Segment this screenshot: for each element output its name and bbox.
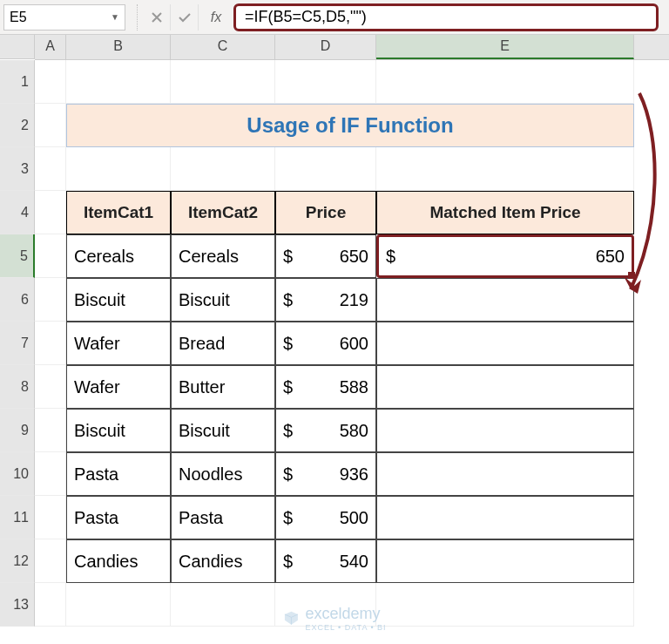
table-cell[interactable]: Candies xyxy=(66,539,171,583)
fx-label[interactable]: fx xyxy=(199,10,233,25)
row-header-13[interactable]: 13 xyxy=(0,583,35,627)
cell[interactable] xyxy=(171,147,275,191)
row-header-6[interactable]: 6 xyxy=(0,278,35,322)
watermark-brand: exceldemy xyxy=(305,605,386,623)
header-price[interactable]: Price xyxy=(275,191,376,234)
table-cell[interactable]: $540 xyxy=(275,539,376,583)
row-header-1[interactable]: 1 xyxy=(0,60,35,104)
row-header-10[interactable]: 10 xyxy=(0,452,35,496)
sheet-title[interactable]: Usage of IF Function xyxy=(66,104,634,147)
x-icon xyxy=(151,11,163,24)
cell[interactable] xyxy=(171,583,275,627)
cell[interactable] xyxy=(35,147,66,191)
table-cell[interactable]: Cereals xyxy=(171,234,275,278)
currency-symbol: $ xyxy=(283,508,293,528)
table-cell[interactable] xyxy=(376,409,634,452)
table-cell[interactable]: $600 xyxy=(275,322,376,365)
table-cell[interactable]: Biscuit xyxy=(171,409,275,452)
cell[interactable] xyxy=(275,60,376,104)
currency-symbol: $ xyxy=(283,421,293,441)
cell[interactable] xyxy=(35,583,66,627)
currency-symbol: $ xyxy=(283,464,293,485)
table-cell[interactable]: Pasta xyxy=(66,452,171,496)
price-value: 936 xyxy=(340,464,368,485)
cell[interactable] xyxy=(35,278,66,322)
col-header-b[interactable]: B xyxy=(66,35,171,59)
cell[interactable] xyxy=(66,583,171,627)
cell[interactable] xyxy=(35,409,66,452)
row-header-9[interactable]: 9 xyxy=(0,409,35,452)
price-value: 600 xyxy=(340,334,368,354)
cell[interactable] xyxy=(275,147,376,191)
table-cell[interactable] xyxy=(376,539,634,583)
currency-symbol: $ xyxy=(283,552,293,572)
row-header-7[interactable]: 7 xyxy=(0,322,35,365)
cell[interactable] xyxy=(35,539,66,583)
table-cell[interactable]: $580 xyxy=(275,409,376,452)
table-cell[interactable]: $588 xyxy=(275,365,376,409)
table-cell[interactable]: Pasta xyxy=(171,496,275,539)
cell[interactable] xyxy=(35,191,66,234)
divider xyxy=(131,4,138,31)
table-cell[interactable]: Butter xyxy=(171,365,275,409)
table-cell[interactable] xyxy=(376,452,634,496)
table-cell[interactable] xyxy=(376,365,634,409)
table-cell[interactable]: Biscuit xyxy=(171,278,275,322)
cell[interactable] xyxy=(35,496,66,539)
table-cell[interactable]: $219 xyxy=(275,278,376,322)
cell[interactable] xyxy=(35,104,66,147)
row-header-12[interactable]: 12 xyxy=(0,539,35,583)
header-matched[interactable]: Matched Item Price xyxy=(376,191,634,234)
cell[interactable] xyxy=(66,60,171,104)
table-cell[interactable]: Noodles xyxy=(171,452,275,496)
formula-input[interactable]: =IF(B5=C5,D5,"") xyxy=(233,3,659,31)
col-header-e[interactable]: E xyxy=(376,35,634,59)
row-header-2[interactable]: 2 xyxy=(0,104,35,147)
table-cell[interactable]: Bread xyxy=(171,322,275,365)
cell[interactable] xyxy=(171,60,275,104)
table-cell[interactable]: $936 xyxy=(275,452,376,496)
cell[interactable] xyxy=(66,147,171,191)
table-cell[interactable]: Wafer xyxy=(66,365,171,409)
cell[interactable] xyxy=(35,322,66,365)
col-header-c[interactable]: C xyxy=(171,35,275,59)
name-box[interactable]: E5 ▼ xyxy=(3,4,125,31)
cell[interactable] xyxy=(35,234,66,278)
table-cell[interactable]: Pasta xyxy=(66,496,171,539)
table-cell[interactable]: Biscuit xyxy=(66,278,171,322)
row-header-3[interactable]: 3 xyxy=(0,147,35,191)
fill-handle[interactable] xyxy=(628,272,635,279)
worksheet-grid[interactable]: Usage of IF Function ItemCat1 ItemCat2 P… xyxy=(35,60,669,627)
table-cell[interactable]: Candies xyxy=(171,539,275,583)
row-header-8[interactable]: 8 xyxy=(0,365,35,409)
table-cell[interactable]: Wafer xyxy=(66,322,171,365)
table-cell[interactable]: $500 xyxy=(275,496,376,539)
table-cell[interactable]: $650 xyxy=(275,234,376,278)
table-cell[interactable] xyxy=(376,322,634,365)
table-cell[interactable] xyxy=(376,496,634,539)
row-header-11[interactable]: 11 xyxy=(0,496,35,539)
cell[interactable] xyxy=(35,60,66,104)
table-cell[interactable]: Biscuit xyxy=(66,409,171,452)
formula-bar: E5 ▼ fx =IF(B5=C5,D5,"") xyxy=(0,0,669,35)
header-itemcat1[interactable]: ItemCat1 xyxy=(66,191,171,234)
selected-cell[interactable]: $650 xyxy=(376,234,634,278)
table-cell[interactable]: Cereals xyxy=(66,234,171,278)
cell[interactable] xyxy=(35,452,66,496)
cell[interactable] xyxy=(376,60,634,104)
row-header-5[interactable]: 5 xyxy=(0,234,35,278)
row-header-4[interactable]: 4 xyxy=(0,191,35,234)
col-header-d[interactable]: D xyxy=(275,35,376,59)
header-itemcat2[interactable]: ItemCat2 xyxy=(171,191,275,234)
confirm-formula-button[interactable] xyxy=(171,4,199,31)
col-header-a[interactable]: A xyxy=(35,35,66,59)
cancel-formula-button[interactable] xyxy=(143,4,171,31)
cell[interactable] xyxy=(35,365,66,409)
table-cell[interactable] xyxy=(376,278,634,322)
price-value: 650 xyxy=(340,247,368,267)
select-all-corner[interactable] xyxy=(0,35,35,59)
cell[interactable] xyxy=(376,583,634,627)
cell[interactable] xyxy=(376,147,634,191)
name-box-value: E5 xyxy=(10,10,27,25)
name-box-dropdown-icon[interactable]: ▼ xyxy=(111,12,119,22)
